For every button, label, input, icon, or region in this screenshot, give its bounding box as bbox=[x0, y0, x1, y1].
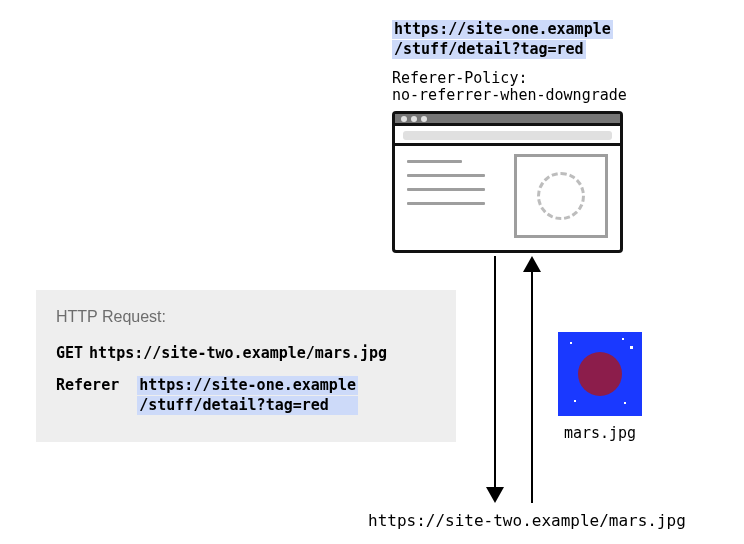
referrer-policy-value: no-referrer-when-downgrade bbox=[392, 87, 627, 104]
arrows-overlay bbox=[0, 0, 744, 544]
browser-body bbox=[395, 146, 620, 247]
page-url-line1: https://site-one.example bbox=[392, 20, 613, 39]
browser-titlebar bbox=[395, 114, 620, 126]
http-request-url: https://site-two.example/mars.jpg bbox=[89, 344, 387, 362]
http-referer-line2: /stuff/detail?tag=red bbox=[137, 396, 358, 415]
http-referer-label: Referer bbox=[56, 376, 119, 394]
planet-icon bbox=[578, 352, 622, 396]
browser-window bbox=[392, 111, 623, 253]
mars-filename-label: mars.jpg bbox=[558, 424, 642, 442]
mars-thumbnail bbox=[558, 332, 642, 416]
page-text-line bbox=[407, 174, 485, 177]
star-icon bbox=[624, 402, 626, 404]
http-referer-line: Referer https://site-one.example /stuff/… bbox=[56, 376, 440, 415]
http-request-title: HTTP Request: bbox=[56, 308, 440, 326]
star-icon bbox=[574, 400, 576, 402]
http-request-box: HTTP Request: GET https://site-two.examp… bbox=[36, 290, 456, 442]
http-method: GET bbox=[56, 344, 83, 362]
page-text-line bbox=[407, 202, 485, 205]
image-placeholder-circle bbox=[537, 172, 585, 220]
star-icon bbox=[570, 342, 572, 344]
page-url-line2: /stuff/detail?tag=red bbox=[392, 40, 586, 59]
http-request-line: GET https://site-two.example/mars.jpg bbox=[56, 344, 440, 362]
page-text-line bbox=[407, 188, 485, 191]
image-placeholder-frame bbox=[514, 154, 608, 238]
star-icon bbox=[622, 338, 624, 340]
referrer-policy-block: Referer-Policy: no-referrer-when-downgra… bbox=[392, 70, 627, 105]
page-url-block: https://site-one.example /stuff/detail?t… bbox=[392, 20, 613, 59]
referrer-policy-label: Referer-Policy: bbox=[392, 70, 627, 87]
http-referer-line1: https://site-one.example bbox=[137, 376, 358, 395]
browser-address-bar bbox=[395, 126, 620, 146]
page-text-line bbox=[407, 160, 462, 163]
star-icon bbox=[630, 346, 633, 349]
resource-url-label: https://site-two.example/mars.jpg bbox=[368, 511, 686, 530]
